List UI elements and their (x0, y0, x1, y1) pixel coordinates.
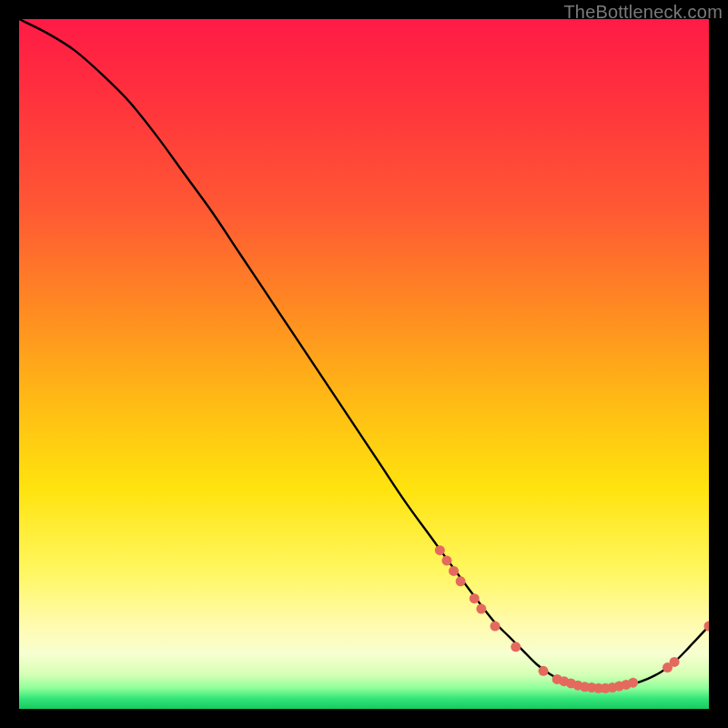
data-point-marker (490, 622, 500, 632)
data-point-marker (449, 566, 459, 576)
data-point-marker (511, 642, 521, 652)
chart-svg (19, 19, 709, 709)
curve-markers (435, 545, 709, 693)
data-point-marker (441, 556, 451, 566)
data-point-marker (670, 657, 680, 667)
chart-stage: TheBottleneck.com (0, 0, 728, 728)
data-point-marker (628, 678, 638, 688)
bottleneck-curve (19, 19, 709, 688)
data-point-marker (539, 666, 549, 676)
data-point-marker (456, 576, 466, 586)
data-point-marker (470, 593, 480, 603)
plot-area (19, 19, 709, 709)
data-point-marker (435, 545, 445, 555)
data-point-marker (476, 604, 486, 614)
